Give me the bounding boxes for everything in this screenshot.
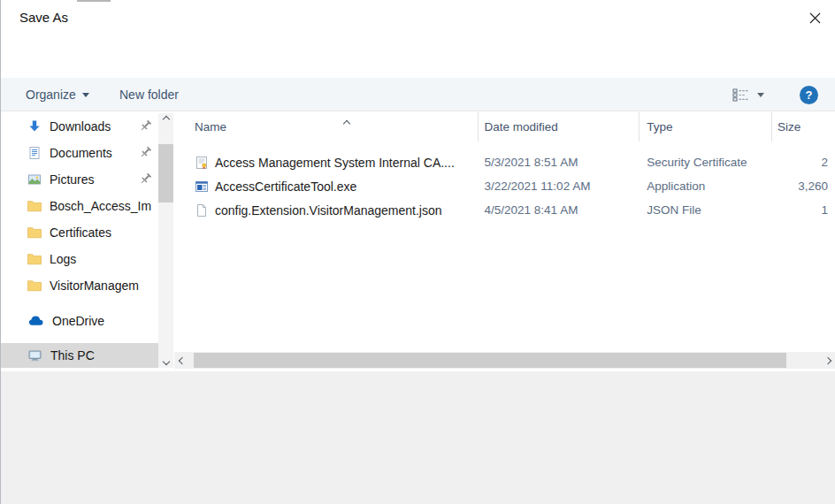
sidebar-item-bosch-access[interactable]: Bosch_Access_Im	[1, 193, 158, 219]
pin-icon[interactable]	[139, 119, 152, 133]
sidebar-item-documents[interactable]: Documents	[1, 140, 158, 166]
certificate-icon	[195, 156, 209, 170]
column-header-size[interactable]: Size	[772, 112, 835, 141]
json-file-icon	[195, 203, 209, 218]
sort-ascending-icon	[344, 114, 349, 130]
views-button[interactable]	[732, 78, 749, 111]
file-size: 1	[772, 203, 835, 217]
navigation-pane: Downloads Documents	[1, 112, 158, 371]
command-toolbar: Organize New folder ?	[1, 78, 835, 111]
scrollbar-thumb[interactable]	[194, 353, 786, 368]
file-row[interactable]: AccessCertificateTool.exe 3/22/2021 11:0…	[174, 174, 835, 198]
file-date: 4/5/2021 8:41 AM	[479, 203, 640, 217]
details-view-icon	[732, 88, 749, 102]
file-name: config.Extension.VisitorManagement.json	[215, 203, 442, 218]
column-header-name[interactable]: Name	[174, 112, 479, 141]
caret-down-icon	[757, 93, 764, 97]
file-size: 2	[772, 156, 835, 169]
application-icon	[195, 179, 209, 194]
file-size: 3,260	[772, 179, 835, 193]
scroll-up-button[interactable]	[158, 113, 173, 126]
main-area: Downloads Documents	[1, 112, 835, 371]
sidebar-item-certificates[interactable]: Certificates	[1, 219, 158, 246]
onedrive-icon	[27, 316, 44, 326]
sidebar-item-logs[interactable]: Logs	[1, 246, 158, 272]
background-window-sliver	[77, 0, 111, 2]
views-dropdown-button[interactable]	[757, 78, 764, 111]
new-folder-label: New folder	[119, 88, 179, 102]
downloads-icon	[27, 119, 42, 134]
file-type: Application	[640, 179, 772, 193]
sidebar-scrollbar[interactable]	[158, 113, 173, 368]
new-folder-button[interactable]: New folder	[119, 78, 179, 111]
dialog-title: Save As	[19, 10, 68, 25]
column-header-date-modified[interactable]: Date modified	[479, 112, 640, 141]
save-as-dialog: Save As	[0, 0, 835, 504]
close-icon	[808, 11, 822, 25]
chevron-down-icon	[162, 358, 169, 365]
file-name: Access Management System Internal CA....	[215, 156, 455, 170]
sidebar-item-downloads[interactable]: Downloads	[1, 113, 158, 140]
scroll-down-button[interactable]	[158, 355, 173, 368]
documents-icon	[27, 146, 42, 160]
pin-icon[interactable]	[139, 172, 152, 186]
navigation-bar: « Access Management System Certificates	[1, 39, 835, 73]
file-type: JSON File	[640, 203, 772, 217]
this-pc-icon	[27, 348, 42, 363]
folder-icon	[27, 200, 42, 212]
file-date: 3/22/2021 11:02 AM	[479, 179, 640, 193]
file-date: 5/3/2021 8:51 AM	[479, 156, 640, 169]
file-row[interactable]: config.Extension.VisitorManagement.json …	[174, 198, 835, 222]
file-row[interactable]: Access Management System Internal CA....…	[174, 150, 835, 174]
close-button[interactable]	[803, 6, 826, 29]
pin-icon[interactable]	[139, 146, 152, 159]
caret-down-icon	[82, 93, 89, 97]
file-rows: Access Management System Internal CA....…	[174, 150, 835, 222]
chevron-left-icon	[178, 356, 185, 363]
help-label: ?	[806, 88, 813, 102]
sidebar-item-visitor-management[interactable]: VisitorManagem	[1, 272, 158, 299]
organize-label: Organize	[26, 88, 76, 102]
chevron-up-icon	[162, 116, 169, 123]
folder-icon	[27, 279, 42, 292]
sidebar-item-pictures[interactable]: Pictures	[1, 166, 158, 193]
folder-icon	[27, 253, 42, 265]
horizontal-scrollbar[interactable]	[174, 352, 835, 369]
organize-button[interactable]: Organize	[26, 78, 89, 111]
scrollbar-thumb[interactable]	[158, 144, 173, 202]
title-bar: Save As	[1, 0, 835, 37]
pictures-icon	[27, 172, 42, 187]
file-name: AccessCertificateTool.exe	[215, 179, 356, 194]
column-header-row: Name Date modified Type Size	[174, 112, 835, 141]
file-type: Security Certificate	[640, 156, 772, 169]
file-list: Name Date modified Type Size Access	[174, 112, 835, 371]
chevron-right-icon	[824, 356, 831, 363]
sidebar-item-onedrive[interactable]: OneDrive	[1, 308, 158, 334]
help-button[interactable]: ?	[800, 86, 818, 104]
sidebar-item-this-pc[interactable]: This PC	[1, 343, 158, 368]
form-panel: File name: Folder Selection. Save as typ…	[1, 371, 835, 504]
folder-icon	[27, 226, 42, 239]
scroll-right-button[interactable]	[820, 352, 835, 369]
scroll-left-button[interactable]	[174, 352, 189, 369]
column-header-type[interactable]: Type	[640, 112, 772, 141]
